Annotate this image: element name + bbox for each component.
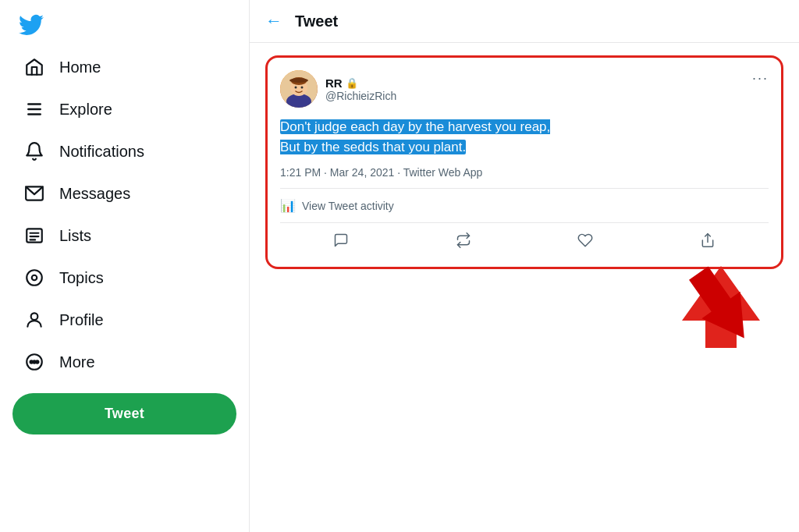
tweet-author-section: RR 🔒 @RichieizRich — [280, 70, 396, 108]
svg-point-10 — [31, 313, 38, 320]
tweet-divider — [280, 188, 769, 189]
tweet-actions — [280, 222, 769, 254]
view-tweet-activity[interactable]: 📊 View Tweet activity — [280, 198, 769, 213]
notifications-label: Notifications — [59, 143, 144, 161]
home-label: Home — [59, 59, 101, 76]
reply-button[interactable] — [327, 226, 355, 254]
back-button[interactable]: ← — [265, 11, 282, 31]
svg-point-8 — [27, 270, 42, 286]
more-options-button[interactable]: ··· — [752, 70, 769, 87]
profile-icon — [22, 307, 47, 332]
sidebar: Home Explore Notifications Messa — [0, 0, 250, 532]
avatar-illustration — [280, 70, 318, 108]
annotation-container — [250, 282, 799, 375]
sidebar-item-notifications[interactable]: Notifications — [12, 131, 236, 172]
profile-label: Profile — [59, 311, 104, 329]
retweet-button[interactable] — [449, 226, 478, 254]
messages-label: Messages — [59, 185, 130, 203]
tweet-text-highlighted: Don't judge each day by the harvest you … — [280, 119, 550, 154]
tweet-timestamp: 1:21 PM · Mar 24, 2021 · Twitter Web App — [280, 166, 769, 179]
svg-point-14 — [36, 360, 38, 363]
more-label: More — [59, 353, 95, 371]
like-button[interactable] — [571, 226, 599, 254]
home-icon — [22, 55, 47, 80]
tweet-card: RR 🔒 @RichieizRich ··· Don't judge each … — [265, 55, 783, 269]
svg-point-20 — [301, 87, 304, 89]
sidebar-item-profile[interactable]: Profile — [12, 300, 236, 340]
author-name: RR 🔒 — [325, 76, 396, 90]
svg-point-9 — [32, 275, 37, 281]
sidebar-item-topics[interactable]: Topics — [12, 257, 236, 298]
more-icon — [22, 349, 47, 374]
sidebar-item-more[interactable]: More — [12, 342, 236, 382]
twitter-logo[interactable] — [12, 6, 50, 44]
tweet-card-container: RR 🔒 @RichieizRich ··· Don't judge each … — [250, 43, 799, 282]
svg-point-19 — [295, 87, 297, 89]
main-content: ← Tweet — [250, 0, 799, 532]
explore-icon — [22, 97, 47, 122]
lists-icon — [22, 223, 47, 248]
svg-point-21 — [289, 78, 308, 83]
avatar — [280, 70, 318, 108]
sidebar-item-messages[interactable]: Messages — [12, 173, 236, 214]
tweet-text: Don't judge each day by the harvest you … — [280, 117, 769, 157]
share-button[interactable] — [694, 226, 722, 254]
sidebar-item-lists[interactable]: Lists — [12, 215, 236, 256]
topics-icon — [22, 265, 47, 290]
activity-chart-icon: 📊 — [280, 198, 296, 213]
lock-icon: 🔒 — [346, 77, 358, 89]
sidebar-item-explore[interactable]: Explore — [12, 89, 236, 129]
author-handle: @RichieizRich — [325, 90, 396, 102]
explore-label: Explore — [59, 101, 112, 119]
sidebar-item-home[interactable]: Home — [12, 47, 236, 87]
author-info: RR 🔒 @RichieizRich — [325, 76, 396, 102]
messages-icon — [22, 181, 47, 206]
lists-label: Lists — [59, 227, 91, 245]
notifications-icon — [22, 139, 47, 164]
red-arrow-annotation — [659, 258, 783, 352]
tweet-page-header: ← Tweet — [250, 0, 799, 43]
tweet-button[interactable]: Tweet — [12, 393, 236, 434]
page-title: Tweet — [295, 12, 338, 30]
topics-label: Topics — [59, 269, 104, 287]
tweet-header: RR 🔒 @RichieizRich ··· — [280, 70, 769, 108]
